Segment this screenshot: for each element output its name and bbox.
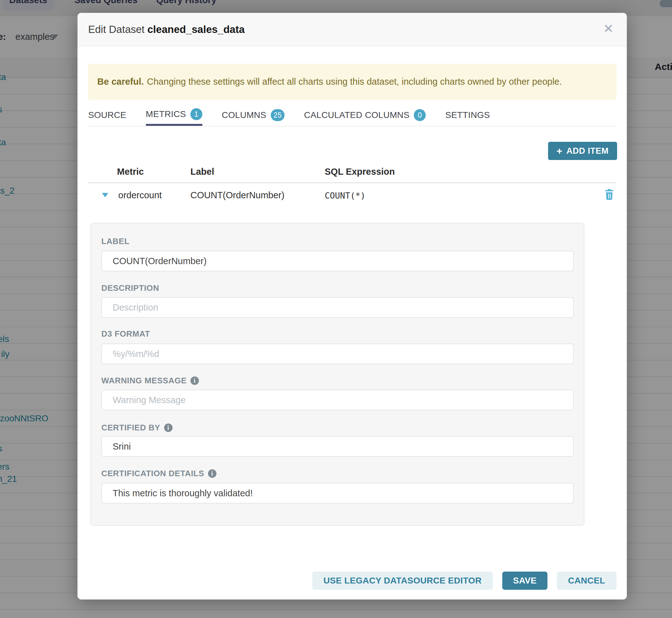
columns-count-badge: 25 — [271, 109, 285, 121]
add-item-button[interactable]: + ADD ITEM — [548, 142, 617, 160]
info-icon: i — [208, 469, 216, 478]
d3-format-input[interactable] — [101, 343, 574, 364]
calculated-columns-count-badge: 0 — [414, 109, 426, 121]
description-field-label: DESCRIPTION — [101, 283, 159, 293]
close-icon[interactable]: ✕ — [603, 22, 614, 35]
column-header-metric: Metric — [117, 167, 144, 177]
cancel-button[interactable]: CANCEL — [557, 572, 616, 590]
trash-icon[interactable] — [604, 189, 614, 202]
tab-calculated-columns[interactable]: CALCULATED COLUMNS 0 — [304, 104, 426, 126]
warning-message-input[interactable] — [101, 390, 574, 410]
warning-message-field-label: WARNING MESSAGE i — [101, 376, 199, 386]
description-input[interactable] — [101, 297, 574, 318]
d3-format-field-label: D3 FORMAT — [101, 329, 150, 339]
tab-columns[interactable]: COLUMNS 25 — [222, 104, 285, 126]
certified-by-field-label: CERTIFIED BY i — [101, 423, 173, 433]
modal-title-prefix: Edit Dataset — [88, 23, 145, 35]
warning-banner-text: Changing these settings will affect all … — [147, 77, 562, 87]
modal-title-dataset-name: cleaned_sales_data — [148, 23, 245, 35]
info-icon: i — [164, 423, 173, 432]
certification-details-input[interactable] — [101, 483, 574, 504]
column-header-sql-expression: SQL Expression — [325, 167, 395, 177]
dataset-editor-tabs: SOURCE METRICS 1 COLUMNS 25 CALCULATED C… — [88, 104, 616, 126]
label-field-label: LABEL — [101, 236, 129, 246]
table-header-divider — [88, 182, 616, 183]
metrics-count-badge: 1 — [190, 108, 202, 120]
metric-label-cell: COUNT(OrderNumber) — [190, 190, 285, 200]
modal-title: Edit Datasetcleaned_sales_data — [88, 23, 245, 35]
column-header-label: Label — [190, 167, 214, 177]
use-legacy-datasource-editor-button[interactable]: USE LEGACY DATASOURCE EDITOR — [312, 572, 493, 590]
tab-source[interactable]: SOURCE — [88, 104, 126, 126]
save-button[interactable]: SAVE — [502, 572, 547, 590]
warning-banner-bold: Be careful. — [97, 77, 144, 87]
certification-details-field-label: CERTIFICATION DETAILS i — [101, 469, 216, 479]
label-input[interactable] — [101, 251, 574, 271]
tab-settings[interactable]: SETTINGS — [445, 104, 490, 126]
edit-dataset-modal: Edit Datasetcleaned_sales_data ✕ Be care… — [78, 13, 627, 600]
warning-banner: Be careful. Changing these settings will… — [88, 64, 616, 100]
metric-detail-panel: LABEL DESCRIPTION D3 FORMAT WARNING MESS… — [90, 223, 584, 526]
modal-footer: USE LEGACY DATASOURCE EDITOR SAVE CANCEL — [312, 572, 616, 590]
modal-header: Edit Datasetcleaned_sales_data — [78, 13, 627, 46]
metric-sql-cell: COUNT(*) — [325, 191, 366, 200]
info-icon: i — [190, 377, 199, 385]
plus-icon: + — [557, 146, 563, 156]
collapse-caret-icon[interactable] — [102, 193, 108, 197]
certified-by-input[interactable] — [101, 436, 574, 457]
tab-metrics[interactable]: METRICS 1 — [146, 104, 202, 126]
metric-name-cell: ordercount — [118, 190, 162, 200]
